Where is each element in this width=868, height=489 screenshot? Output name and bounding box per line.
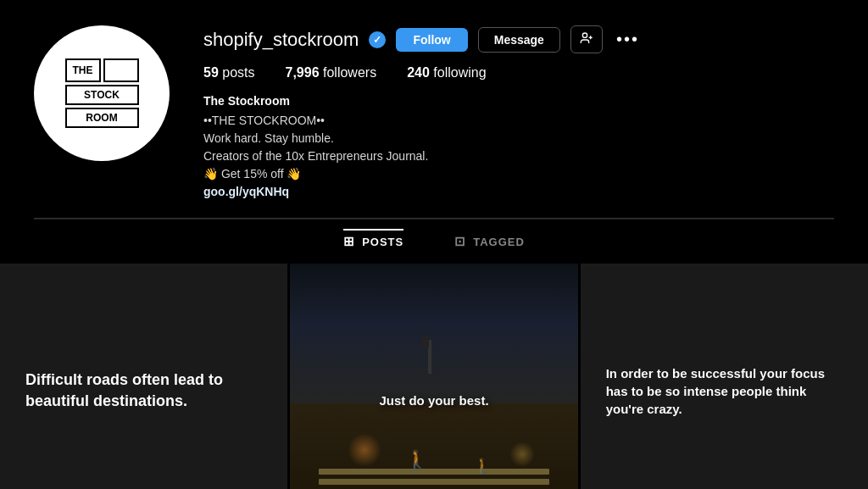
stats-row: 59 posts 7,996 followers 240 following	[203, 65, 834, 81]
tabs-row: ⊞ POSTS ⊡ TAGGED	[34, 219, 834, 264]
username: shopify_stockroom	[203, 29, 359, 51]
post-quote-2: Just do your best.	[290, 385, 577, 416]
svg-point-0	[582, 33, 587, 37]
add-user-button[interactable]	[570, 25, 603, 53]
verified-badge	[369, 31, 386, 48]
tab-tagged[interactable]: ⊡ TAGGED	[454, 229, 525, 253]
bio-line-3: Creators of the 10x Entrepreneurs Journa…	[203, 147, 834, 165]
bio-line-2: Work hard. Stay humble.	[203, 130, 834, 147]
posts-stat: 59 posts	[203, 65, 255, 81]
post-quote-3: In order to be successful your focus has…	[606, 364, 843, 418]
post-item-1[interactable]: Difficult roads often lead to beautiful …	[0, 264, 287, 489]
posts-grid-icon: ⊞	[343, 234, 355, 249]
post-quote-1: Difficult roads often lead to beautiful …	[25, 370, 262, 412]
post-item-2[interactable]: 🚶 🚶 Just do your best.	[290, 264, 577, 489]
post-item-3[interactable]: In order to be successful your focus has…	[581, 264, 868, 489]
following-stat: 240 following	[407, 65, 486, 81]
message-button[interactable]: Message	[478, 27, 560, 53]
tab-posts[interactable]: ⊞ POSTS	[343, 229, 403, 253]
bio-link[interactable]: goo.gl/yqKNHq	[203, 183, 834, 201]
display-name: The Stockroom	[203, 92, 834, 110]
tagged-icon: ⊡	[454, 234, 466, 249]
follow-button[interactable]: Follow	[396, 28, 467, 52]
bio-line-4: 👋 Get 15% off 👋	[203, 165, 834, 183]
avatar: THE 🛍 STOCK ROOM	[34, 25, 170, 161]
bio-line-1: ••THE STOCKROOM••	[203, 112, 834, 130]
bio-section: The Stockroom ••THE STOCKROOM•• Work har…	[203, 92, 834, 201]
profile-info: shopify_stockroom Follow Message ••• 59 …	[203, 25, 834, 201]
more-options-button[interactable]: •••	[613, 30, 643, 49]
followers-stat: 7,996 followers	[286, 65, 377, 81]
posts-grid: Difficult roads often lead to beautiful …	[0, 264, 868, 489]
